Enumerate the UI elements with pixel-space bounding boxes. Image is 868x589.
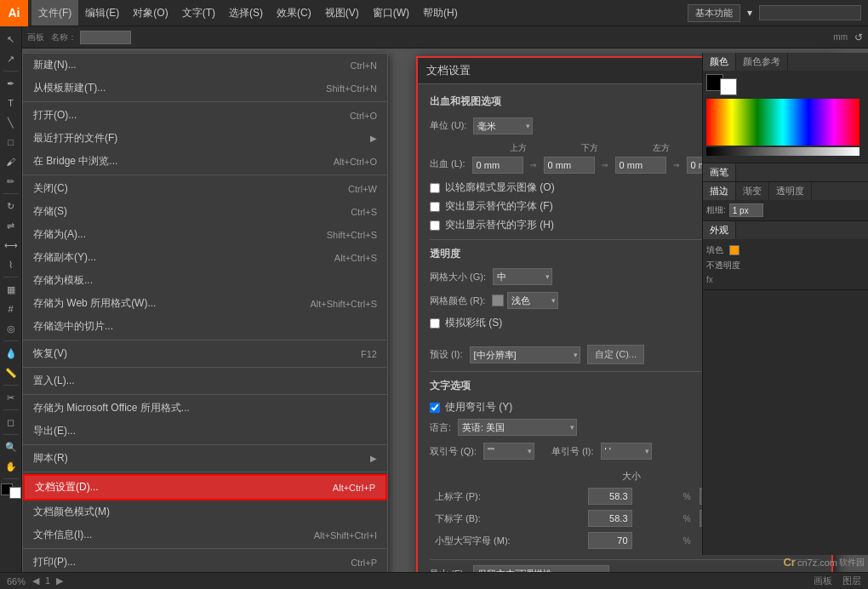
- gradient-tab[interactable]: 渐变: [736, 182, 769, 200]
- unit-select[interactable]: 毫米: [473, 117, 533, 134]
- eraser-icon[interactable]: ◻: [2, 413, 20, 432]
- menu-item-saveweb[interactable]: 存储为 Web 所用格式(W)... Alt+Shift+Ctrl+S: [23, 292, 387, 315]
- warp-icon[interactable]: ⌇: [2, 255, 20, 274]
- menu-item-scripts[interactable]: 脚本(R) ▶: [23, 447, 387, 470]
- menu-window[interactable]: 窗口(W): [366, 0, 416, 26]
- menu-item-print[interactable]: 打印(P)... Ctrl+P: [23, 551, 387, 572]
- measure-icon[interactable]: 📏: [2, 363, 20, 382]
- custom-button[interactable]: 自定 (C)...: [587, 345, 645, 364]
- appearance-tab[interactable]: 外观: [703, 221, 736, 239]
- double-quote-select[interactable]: "": [483, 443, 534, 460]
- transparency-tab[interactable]: 透明度: [769, 182, 812, 200]
- color-tab[interactable]: 颜色: [703, 53, 736, 71]
- opacity-row: fx: [706, 273, 865, 286]
- stroke-weight-input[interactable]: [729, 203, 763, 217]
- direct-select-icon[interactable]: ↗: [2, 49, 20, 68]
- simulate-paper-checkbox[interactable]: [430, 318, 440, 329]
- rotate-canvas-icon[interactable]: ↺: [854, 31, 863, 43]
- gradient-icon[interactable]: ▦: [2, 280, 20, 299]
- stroke-tab[interactable]: 描边: [703, 182, 736, 200]
- brightness-bar[interactable]: [706, 147, 859, 156]
- glyph-checkbox[interactable]: [430, 220, 440, 231]
- menu-item-close[interactable]: 关闭(C) Ctrl+W: [23, 177, 387, 200]
- menu-item-new[interactable]: 新建(N)... Ctrl+N: [23, 54, 387, 77]
- eyedropper-icon[interactable]: 💧: [2, 344, 20, 363]
- preset-select[interactable]: [中分辨率]: [470, 346, 580, 363]
- grid-size-select-wrapper: 中: [493, 268, 552, 285]
- menu-item-docsettings[interactable]: 文档设置(D)... Alt+Ctrl+P: [23, 474, 387, 500]
- slice-icon[interactable]: ✂: [2, 388, 20, 407]
- stroke-color-icon[interactable]: [9, 487, 21, 499]
- menu-view[interactable]: 视图(V): [318, 0, 366, 26]
- line-tool-icon[interactable]: ╲: [2, 113, 20, 132]
- smallcaps-pct: %: [680, 530, 694, 551]
- superscript-size-input[interactable]: [588, 488, 632, 505]
- language-select[interactable]: 英语: 美国: [458, 419, 577, 436]
- pen-tool-icon[interactable]: ✒: [2, 74, 20, 93]
- color-swatches: [706, 74, 865, 95]
- menu-item-new-template[interactable]: 从模板新建(T)... Shift+Ctrl+N: [23, 77, 387, 100]
- menu-item-saveslice[interactable]: 存储选中的切片...: [23, 315, 387, 338]
- grid-size-select[interactable]: 中: [493, 268, 552, 285]
- rotate-icon[interactable]: ↻: [2, 197, 20, 215]
- separator-2: [23, 174, 387, 175]
- export-select-wrapper: 保留文本可调描性: [473, 565, 609, 572]
- menu-effect[interactable]: 效果(C): [270, 0, 318, 26]
- menu-text[interactable]: 文字(T): [175, 0, 222, 26]
- menu-item-fileinfo[interactable]: 文件信息(I)... Alt+Shift+Ctrl+I: [23, 523, 387, 546]
- outline-checkbox[interactable]: [430, 183, 440, 193]
- menu-help[interactable]: 帮助(H): [416, 0, 465, 26]
- menu-item-savecopy[interactable]: 存储副本(Y)... Alt+Ctrl+S: [23, 246, 387, 269]
- pencil-icon[interactable]: ✏: [2, 172, 20, 191]
- zoom-level: 66%: [7, 576, 26, 586]
- menu-item-bridge[interactable]: 在 Bridge 中浏览... Alt+Ctrl+O: [23, 150, 387, 173]
- mirror-icon[interactable]: ⇌: [2, 216, 20, 235]
- width-icon[interactable]: ⟷: [2, 236, 20, 254]
- menu-edit[interactable]: 编辑(E): [78, 0, 126, 26]
- bleed-left-input[interactable]: [615, 157, 666, 174]
- paint-brush-icon[interactable]: 🖌: [2, 152, 20, 171]
- next-page-icon[interactable]: ▶: [56, 575, 63, 586]
- menu-object[interactable]: 对象(O): [126, 0, 174, 26]
- smallcaps-input[interactable]: [588, 532, 632, 549]
- menu-item-open[interactable]: 打开(O)... Ctrl+O: [23, 104, 387, 127]
- search-input[interactable]: [759, 5, 861, 20]
- font-checkbox[interactable]: [430, 202, 440, 212]
- single-quote-select[interactable]: ' ': [601, 443, 652, 460]
- zoom-icon[interactable]: 🔍: [2, 437, 20, 456]
- menu-item-place[interactable]: 置入(L)...: [23, 369, 387, 392]
- color-spectrum[interactable]: [706, 99, 859, 146]
- menu-item-recent[interactable]: 最近打开的文件(F) ▶: [23, 127, 387, 150]
- tool-separator-6: [3, 409, 19, 410]
- bleed-bottom-input[interactable]: [544, 157, 595, 174]
- menu-item-savetemplate[interactable]: 存储为模板...: [23, 269, 387, 292]
- colorguide-tab[interactable]: 颜色参考: [736, 53, 788, 71]
- separator-4: [23, 367, 387, 368]
- brush-tab[interactable]: 画笔: [703, 163, 736, 181]
- stroke-swatch[interactable]: [720, 78, 737, 95]
- menu-item-msoffice[interactable]: 存储为 Microsoft Office 所用格式...: [23, 397, 387, 420]
- workspace-button[interactable]: 基本功能: [688, 4, 740, 22]
- select-tool-icon[interactable]: ↖: [2, 30, 20, 49]
- brush-tab-bar: 画笔: [703, 163, 868, 181]
- subscript-size-input[interactable]: [588, 510, 632, 527]
- menu-file[interactable]: 文件(F): [31, 0, 78, 26]
- hand-icon[interactable]: ✋: [2, 457, 20, 476]
- menu-item-colormode[interactable]: 文档颜色模式(M): [23, 500, 387, 523]
- menu-item-export[interactable]: 导出(E)...: [23, 420, 387, 443]
- rect-tool-icon[interactable]: □: [2, 133, 20, 152]
- menu-item-saveas[interactable]: 存储为(A)... Shift+Ctrl+S: [23, 223, 387, 246]
- export-select[interactable]: 保留文本可调描性: [473, 565, 609, 572]
- menu-item-save[interactable]: 存储(S) Ctrl+S: [23, 200, 387, 223]
- menu-select[interactable]: 选择(S): [222, 0, 270, 26]
- main-area: 画板 名称： mm ↺ 新建(N)... Ctrl+N 从模板新建(T)... …: [22, 26, 868, 572]
- grid-color-select[interactable]: 浅色: [507, 292, 558, 309]
- blend-icon[interactable]: ◎: [2, 319, 20, 338]
- bleed-top-input[interactable]: [472, 157, 523, 174]
- menu-item-revert[interactable]: 恢复(V) F12: [23, 342, 387, 365]
- prev-page-icon[interactable]: ◀: [32, 575, 39, 586]
- type-tool-icon[interactable]: T: [2, 94, 20, 112]
- appearance-panel: 外观 填色 不透明度 fx: [703, 221, 868, 290]
- use-quotes-checkbox[interactable]: [430, 403, 440, 413]
- mesh-icon[interactable]: #: [2, 300, 20, 318]
